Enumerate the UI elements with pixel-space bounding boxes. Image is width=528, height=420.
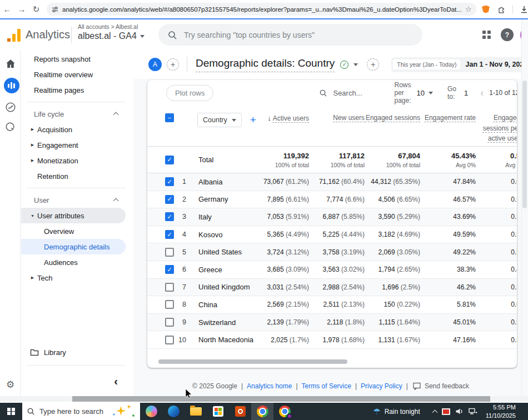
- global-search-bar[interactable]: [158, 24, 422, 46]
- sidebar-item-overview[interactable]: Overview: [21, 223, 133, 239]
- sidebar-item-label: Demographic details: [21, 243, 110, 251]
- send-feedback-link[interactable]: Send feedback: [425, 382, 469, 390]
- sidebar-item-realtime-pages[interactable]: Realtime pages: [21, 82, 133, 98]
- column-header-engaged-sessions-per-active-user[interactable]: Engaged sessions per active user: [476, 113, 517, 144]
- chrome-icon-active[interactable]: [251, 403, 273, 420]
- microsoft-store-icon[interactable]: [207, 403, 229, 420]
- column-header-engaged-sessions[interactable]: Engaged sessions: [365, 113, 420, 123]
- prev-page-icon[interactable]: ‹: [480, 87, 484, 99]
- bookmark-star-icon[interactable]: ☆: [465, 5, 472, 13]
- privacy-link[interactable]: Privacy Policy: [361, 382, 402, 390]
- office-app-icon[interactable]: [229, 403, 251, 420]
- sidebar-item-tech[interactable]: ▶Tech: [21, 270, 133, 286]
- sidebar-item-reports-snapshot[interactable]: Reports snapshot: [21, 51, 133, 67]
- metric-percent: (3.19%): [341, 248, 365, 256]
- row-checkbox[interactable]: [165, 336, 174, 344]
- copilot-app-icon[interactable]: [140, 403, 162, 420]
- sidebar-item-realtime-overview[interactable]: Realtime overview: [21, 67, 133, 82]
- taskbar-search-input[interactable]: [39, 407, 106, 416]
- date-range-picker[interactable]: This year (Jan - Today) Jan 1 - Nov 9, 2…: [391, 57, 528, 72]
- column-header-active-users[interactable]: ↓Active users: [256, 113, 309, 124]
- sidebar-item-demographic-details[interactable]: Demographic details: [21, 239, 126, 254]
- sidebar-item-acquisition[interactable]: ▶Acquisition: [21, 122, 133, 137]
- back-icon[interactable]: ←: [0, 4, 14, 14]
- global-search-input[interactable]: [184, 31, 395, 39]
- sidebar-item-user-attributes[interactable]: ▼User attributes: [21, 208, 126, 223]
- sidebar-section-life-cycle[interactable]: Life cycle: [21, 106, 133, 122]
- cell-active-users: 2,569 (2.15%): [256, 301, 309, 308]
- chevron-down-icon[interactable]: [353, 63, 358, 66]
- row-checkbox[interactable]: ✓: [165, 212, 174, 221]
- row-checkbox[interactable]: [165, 248, 174, 257]
- clock-widget[interactable]: 5:55 PM 11/10/2025: [486, 403, 516, 419]
- download-icon[interactable]: [520, 5, 528, 14]
- row-checkbox[interactable]: ✓: [165, 230, 174, 239]
- add-comparison-button[interactable]: +: [167, 58, 179, 71]
- sidebar-item-library[interactable]: Library: [21, 344, 133, 361]
- scrollbar-thumb[interactable]: [522, 81, 527, 208]
- cell-engaged-sessions: 2,069 (3.05%): [365, 248, 420, 256]
- weather-widget[interactable]: ☂ Rain tonight: [373, 407, 420, 417]
- tray-expand-icon[interactable]: [432, 409, 437, 415]
- plot-rows-button[interactable]: Plot rows: [166, 85, 213, 101]
- file-explorer-icon[interactable]: [185, 403, 207, 420]
- dimension-select[interactable]: Country: [197, 113, 242, 127]
- row-checkbox[interactable]: ✓: [165, 265, 174, 274]
- address-bar[interactable]: analytics.google.com/analytics/web/#/a80…: [47, 3, 476, 16]
- reload-icon[interactable]: ↻: [29, 4, 43, 14]
- terms-link[interactable]: Terms of Service: [302, 382, 351, 390]
- report-content: Plot rows Rows per page: 10 Go to: 1 ‹ 1…: [133, 79, 528, 396]
- column-header-engagement-rate[interactable]: Engagement rate: [420, 113, 476, 123]
- screen-share-tray-icon[interactable]: [442, 408, 450, 415]
- reports-icon[interactable]: [0, 78, 21, 93]
- metric-percent: (1.67%): [397, 336, 420, 344]
- metamask-extension-icon[interactable]: [482, 6, 490, 13]
- network-icon[interactable]: [469, 408, 477, 415]
- taskbar-search[interactable]: [22, 403, 140, 420]
- advertising-icon[interactable]: [0, 121, 21, 133]
- site-info-icon[interactable]: [51, 6, 59, 13]
- sidebar-section-user[interactable]: User: [21, 192, 133, 208]
- table-horizontal-scrollbar[interactable]: [158, 359, 347, 364]
- home-icon[interactable]: [0, 58, 21, 70]
- row-checkbox[interactable]: ✓: [165, 156, 174, 164]
- sidebar-item-engagement[interactable]: ▶Engagement: [21, 137, 133, 153]
- help-button[interactable]: ?: [501, 28, 514, 41]
- sidebar-item-retention[interactable]: Retention: [21, 168, 133, 184]
- admin-gear-icon[interactable]: ⚙: [0, 379, 21, 391]
- apps-grid-icon[interactable]: [482, 31, 491, 39]
- explore-icon[interactable]: [0, 101, 21, 113]
- row-checkbox[interactable]: [165, 318, 174, 327]
- edge-icon[interactable]: [162, 403, 185, 420]
- row-checkbox[interactable]: [165, 283, 174, 292]
- scrollbar-thumb[interactable]: [72, 396, 490, 402]
- row-checkbox[interactable]: [165, 300, 174, 309]
- rows-per-page-value[interactable]: 10: [416, 89, 424, 97]
- goto-page-input[interactable]: 1: [464, 89, 468, 97]
- row-checkbox[interactable]: ✓: [165, 177, 174, 186]
- select-all-checkbox[interactable]: −: [165, 113, 174, 122]
- forward-icon[interactable]: →: [14, 4, 29, 14]
- table-search[interactable]: [319, 89, 394, 97]
- window-horizontal-scrollbar[interactable]: [0, 396, 528, 402]
- analytics-home-link[interactable]: Analytics home: [247, 382, 292, 390]
- chrome-profile-icon[interactable]: [273, 403, 296, 420]
- customize-report-button[interactable]: +: [367, 58, 379, 71]
- metric-value: 44,312: [371, 178, 391, 186]
- column-header-new-users[interactable]: New users: [309, 113, 365, 123]
- row-country: Switzerland: [190, 318, 256, 327]
- window-vertical-scrollbar[interactable]: [521, 19, 528, 396]
- row-checkbox[interactable]: ✓: [165, 195, 174, 204]
- collapse-sidebar-icon[interactable]: ‹: [114, 375, 118, 388]
- chevron-down-icon[interactable]: [429, 92, 433, 94]
- sidebar-item-audiences[interactable]: Audiences: [21, 254, 133, 270]
- speaker-icon[interactable]: [455, 408, 464, 415]
- report-title[interactable]: Demographic details: Country: [196, 57, 335, 72]
- table-search-input[interactable]: [333, 89, 394, 97]
- start-button[interactable]: [0, 403, 22, 420]
- add-dimension-button[interactable]: +: [250, 114, 256, 126]
- extensions-puzzle-icon[interactable]: [497, 5, 506, 14]
- sidebar-item-monetization[interactable]: ▶Monetization: [21, 153, 133, 168]
- report-avatar[interactable]: A: [148, 58, 162, 71]
- account-switcher[interactable]: All accounts > Albest.al albest.al - GA4: [78, 23, 145, 41]
